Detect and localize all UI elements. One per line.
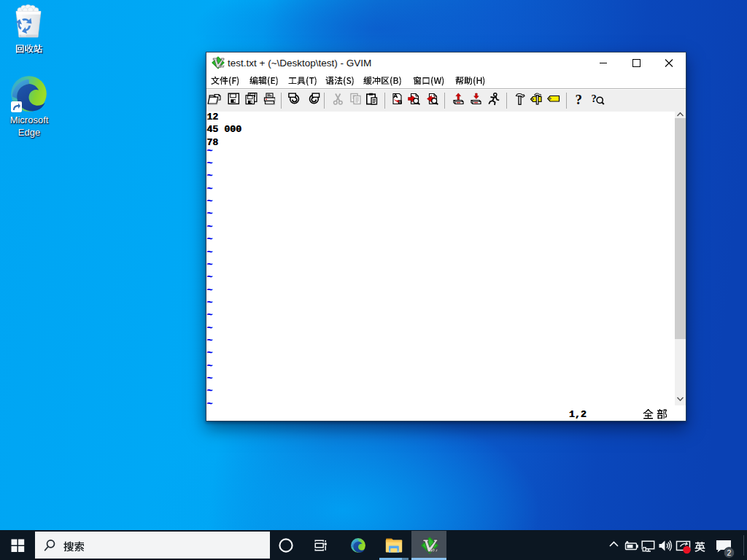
svg-text:?: ? [592, 93, 597, 104]
svg-text:2: 2 [727, 548, 731, 557]
svg-text:?: ? [576, 92, 583, 106]
